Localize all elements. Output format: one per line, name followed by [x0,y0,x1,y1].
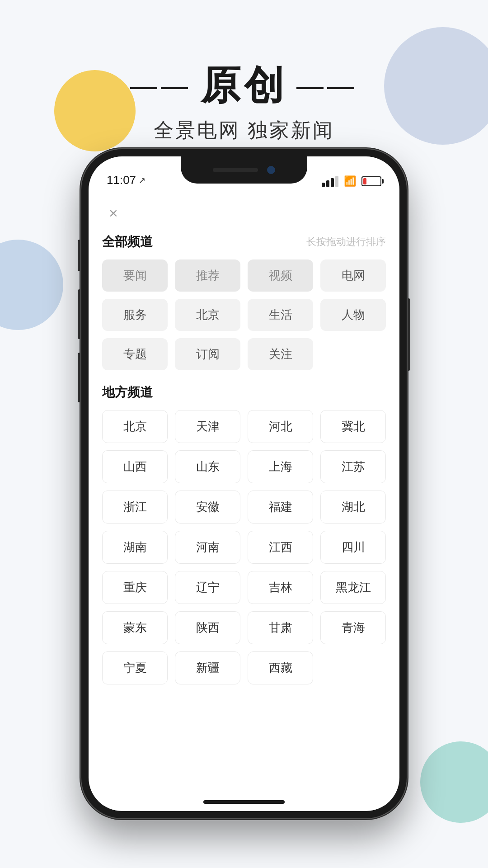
close-button[interactable]: × [102,202,125,224]
phone-speaker [213,168,258,172]
local-tag[interactable]: 黑龙江 [320,571,386,604]
channel-tag[interactable]: 视频 [248,259,313,292]
dash-left: —— [130,70,192,101]
phone-camera [267,166,275,174]
local-tag[interactable]: 上海 [248,450,313,483]
all-channels-header: 全部频道 长按拖动进行排序 [102,233,386,250]
status-icons: 📶 [322,175,381,187]
signal-bar-2 [326,180,329,187]
channel-tag[interactable]: 北京 [175,299,240,331]
phone-screen: 11:07 ↗ 📶 [89,156,399,811]
all-channels-title: 全部频道 [102,233,153,250]
local-tag[interactable]: 山东 [175,450,240,483]
header-area: —— 原创 —— 全景电网 独家新闻 [0,59,488,144]
bg-circle-blue-left [0,240,63,330]
local-tag[interactable]: 北京 [102,410,168,443]
local-tag[interactable]: 湖北 [320,491,386,524]
local-tag[interactable]: 辽宁 [175,571,240,604]
local-tag[interactable]: 陕西 [175,611,240,644]
local-tag[interactable]: 重庆 [102,571,168,604]
battery-icon [361,176,381,186]
channel-tag[interactable]: 订阅 [175,338,240,370]
channel-tag[interactable]: 关注 [248,338,313,370]
local-tag[interactable]: 新疆 [175,651,240,684]
local-channels-grid: 北京天津河北冀北山西山东上海江苏浙江安徽福建湖北湖南河南江西四川重庆辽宁吉林黑龙… [102,410,386,684]
phone-btn-vol-down [78,353,81,402]
signal-bar-3 [331,178,334,187]
signal-bars [322,176,338,187]
battery-fill [363,178,366,184]
local-channels-title: 地方频道 [102,385,153,399]
phone-btn-mute [78,240,81,271]
bg-circle-teal-bottom [420,741,488,823]
dash-right: —— [296,70,358,101]
local-tag[interactable]: 山西 [102,450,168,483]
phone-frame: 11:07 ↗ 📶 [81,149,407,818]
phone-notch [181,156,307,184]
local-tag[interactable]: 江西 [248,531,313,564]
local-tag[interactable]: 青海 [320,611,386,644]
local-tag[interactable]: 河北 [248,410,313,443]
local-tag[interactable]: 宁夏 [102,651,168,684]
close-icon[interactable]: × [109,204,118,222]
local-tag[interactable]: 甘肃 [248,611,313,644]
app-content[interactable]: × 全部频道 长按拖动进行排序 要闻推荐视频电网服务北京生活人物专题订阅关注 地… [89,193,399,811]
local-tag[interactable]: 湖南 [102,531,168,564]
channel-tag[interactable]: 要闻 [102,259,168,292]
local-tag[interactable]: 冀北 [320,410,386,443]
channel-tag[interactable]: 人物 [320,299,386,331]
status-time: 11:07 ↗ [107,173,145,187]
time-text: 11:07 [107,173,136,187]
local-tag[interactable]: 浙江 [102,491,168,524]
local-tag[interactable]: 四川 [320,531,386,564]
title-text: 原创 [201,59,287,113]
local-tag[interactable]: 福建 [248,491,313,524]
all-channels-grid: 要闻推荐视频电网服务北京生活人物专题订阅关注 [102,259,386,370]
section-divider: 地方频道 [102,384,386,401]
phone-mockup: 11:07 ↗ 📶 [81,149,407,818]
local-tag[interactable]: 安徽 [175,491,240,524]
home-indicator [203,800,285,804]
wifi-icon: 📶 [344,175,356,187]
header-title: —— 原创 —— [0,59,488,113]
header-subtitle: 全景电网 独家新闻 [0,117,488,144]
channel-tag[interactable]: 推荐 [175,259,240,292]
local-tag[interactable]: 江苏 [320,450,386,483]
channel-tag[interactable]: 电网 [320,259,386,292]
channel-tag[interactable]: 专题 [102,338,168,370]
direction-icon: ↗ [139,175,145,185]
local-tag[interactable]: 蒙东 [102,611,168,644]
local-tag[interactable]: 天津 [175,410,240,443]
channel-tag[interactable]: 服务 [102,299,168,331]
sort-hint: 长按拖动进行排序 [306,235,386,249]
signal-bar-4 [335,176,338,187]
channel-tag[interactable]: 生活 [248,299,313,331]
signal-bar-1 [322,183,325,187]
local-tag[interactable]: 河南 [175,531,240,564]
local-tag[interactable]: 吉林 [248,571,313,604]
phone-btn-power [407,298,410,371]
phone-btn-vol-up [78,289,81,339]
local-tag[interactable]: 西藏 [248,651,313,684]
